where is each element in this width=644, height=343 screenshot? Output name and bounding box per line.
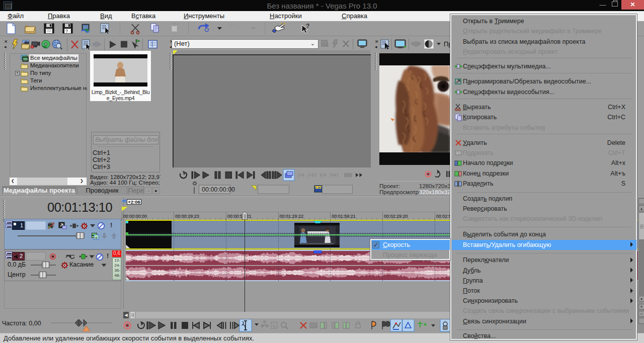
- svg-text:A: A: [323, 41, 326, 46]
- svg-text:Пр: Пр: [444, 40, 450, 48]
- svg-text:00:00:00:00: 00:00:00:00: [202, 186, 235, 193]
- svg-text:?: ?: [306, 23, 309, 30]
- svg-text:α: α: [95, 235, 98, 240]
- svg-text:?: ?: [65, 29, 68, 34]
